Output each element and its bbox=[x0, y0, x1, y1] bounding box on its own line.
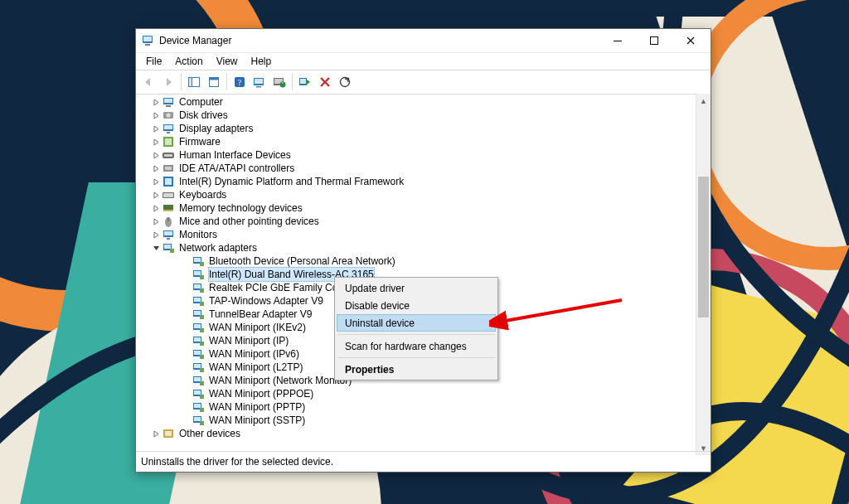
twist-none bbox=[181, 374, 192, 387]
category-memory-technology-devices[interactable]: Memory technology devices bbox=[136, 201, 696, 215]
svg-rect-85 bbox=[194, 417, 201, 421]
tree-item-label: WAN Miniport (IPv6) bbox=[208, 347, 300, 361]
context-menu[interactable]: Update driverDisable deviceUninstall dev… bbox=[334, 277, 498, 380]
category-intel-r-dynamic-platform-and-thermal-framework[interactable]: Intel(R) Dynamic Platform and Thermal Fr… bbox=[136, 175, 696, 188]
device-manager-window: Device Manager File Action View Help ? C… bbox=[135, 28, 711, 472]
menu-bar[interactable]: File Action View Help bbox=[136, 52, 711, 70]
twist-none bbox=[181, 361, 192, 374]
expand-icon[interactable] bbox=[151, 109, 162, 122]
context-update-driver[interactable]: Update driver bbox=[337, 279, 496, 297]
show-hidden-devices-button[interactable] bbox=[250, 73, 269, 91]
vertical-scrollbar[interactable]: ▲ ▼ bbox=[696, 94, 711, 455]
tree-item-label: Monitors bbox=[178, 228, 218, 241]
svg-rect-56 bbox=[200, 288, 204, 293]
network-icon bbox=[192, 334, 205, 347]
back-button[interactable] bbox=[139, 73, 158, 91]
collapse-icon[interactable] bbox=[151, 241, 162, 254]
help-toolbar-button[interactable]: ? bbox=[230, 73, 249, 91]
svg-rect-80 bbox=[200, 395, 204, 399]
device-wan-miniport-pppoe-[interactable]: WAN Miniport (PPPOE) bbox=[136, 387, 696, 400]
tree-item-label: Human Interface Devices bbox=[178, 148, 292, 162]
context-disable-device[interactable]: Disable device bbox=[337, 297, 496, 314]
expand-icon[interactable] bbox=[151, 228, 162, 241]
svg-rect-44 bbox=[167, 238, 170, 240]
tree-item-label: WAN Miniport (PPTP) bbox=[208, 400, 306, 414]
twist-none bbox=[181, 347, 192, 361]
svg-rect-52 bbox=[194, 271, 201, 275]
expand-icon[interactable] bbox=[151, 122, 162, 135]
menu-file[interactable]: File bbox=[139, 54, 168, 69]
device-bluetooth-device-personal-area-network-[interactable]: Bluetooth Device (Personal Area Network) bbox=[136, 254, 696, 268]
expand-icon[interactable] bbox=[151, 215, 162, 228]
svg-rect-55 bbox=[194, 284, 201, 288]
expand-icon[interactable] bbox=[151, 148, 162, 162]
network-icon bbox=[192, 374, 205, 387]
svg-rect-33 bbox=[165, 167, 172, 170]
expand-icon[interactable] bbox=[151, 188, 162, 201]
scroll-up-icon[interactable]: ▲ bbox=[696, 94, 711, 108]
close-button[interactable] bbox=[672, 29, 709, 52]
device-wan-miniport-pptp-[interactable]: WAN Miniport (PPTP) bbox=[136, 400, 696, 414]
svg-rect-82 bbox=[194, 404, 201, 408]
category-firmware[interactable]: Firmware bbox=[136, 135, 696, 148]
scan-hardware-toolbar-button[interactable] bbox=[336, 73, 354, 91]
network-icon bbox=[192, 400, 205, 414]
title-bar[interactable]: Device Manager bbox=[136, 29, 711, 52]
context-properties[interactable]: Properties bbox=[337, 361, 496, 378]
tree-item-label: Mice and other pointing devices bbox=[178, 215, 320, 228]
category-disk-drives[interactable]: Disk drives bbox=[136, 109, 696, 122]
context-menu-separator bbox=[337, 357, 495, 358]
svg-rect-4 bbox=[651, 37, 658, 45]
computer-icon bbox=[162, 95, 175, 109]
minimize-button[interactable] bbox=[599, 29, 636, 52]
intel-icon bbox=[162, 175, 175, 188]
menu-view[interactable]: View bbox=[210, 54, 245, 69]
enable-device-toolbar-button[interactable] bbox=[296, 73, 314, 91]
category-mice-and-other-pointing-devices[interactable]: Mice and other pointing devices bbox=[136, 215, 696, 228]
expand-icon[interactable] bbox=[151, 95, 162, 109]
status-bar: Uninstalls the driver for the selected d… bbox=[136, 451, 711, 472]
network-icon bbox=[192, 321, 205, 334]
category-other-devices[interactable]: Other devices bbox=[136, 427, 696, 440]
maximize-button[interactable] bbox=[636, 29, 672, 52]
category-display-adapters[interactable]: Display adapters bbox=[136, 122, 696, 135]
twist-none bbox=[181, 294, 192, 308]
menu-help[interactable]: Help bbox=[245, 54, 279, 69]
scroll-thumb[interactable] bbox=[698, 177, 709, 317]
twist-none bbox=[181, 268, 192, 281]
context-scan-for-hardware-changes[interactable]: Scan for hardware changes bbox=[337, 337, 496, 355]
device-wan-miniport-sstp-[interactable]: WAN Miniport (SSTP) bbox=[136, 414, 696, 427]
show-hide-tree-button[interactable] bbox=[185, 73, 203, 91]
svg-rect-83 bbox=[200, 408, 204, 412]
svg-rect-3 bbox=[614, 41, 622, 41]
category-network-adapters[interactable]: Network adapters bbox=[136, 241, 696, 254]
network-icon bbox=[192, 294, 205, 308]
expand-icon[interactable] bbox=[151, 175, 162, 188]
expand-icon[interactable] bbox=[151, 162, 162, 175]
category-monitors[interactable]: Monitors bbox=[136, 228, 696, 241]
network-icon bbox=[192, 254, 205, 268]
device-tree[interactable]: ComputerDisk drivesDisplay adaptersFirmw… bbox=[136, 94, 696, 455]
properties-toolbar-button[interactable] bbox=[205, 73, 223, 91]
expand-icon[interactable] bbox=[151, 135, 162, 148]
network-icon bbox=[192, 281, 205, 294]
uninstall-device-toolbar-button[interactable] bbox=[316, 73, 334, 91]
category-human-interface-devices[interactable]: Human Interface Devices bbox=[136, 148, 696, 162]
svg-rect-62 bbox=[200, 315, 204, 319]
forward-button[interactable] bbox=[159, 73, 177, 91]
context-uninstall-device[interactable]: Uninstall device bbox=[337, 314, 496, 332]
tree-item-label: Firmware bbox=[178, 135, 221, 148]
category-computer[interactable]: Computer bbox=[136, 95, 696, 109]
svg-rect-67 bbox=[194, 337, 201, 342]
svg-rect-2 bbox=[145, 44, 150, 46]
menu-action[interactable]: Action bbox=[168, 54, 209, 69]
category-keyboards[interactable]: Keyboards bbox=[136, 188, 696, 201]
update-driver-toolbar-button[interactable] bbox=[270, 73, 289, 91]
svg-rect-13 bbox=[256, 86, 261, 88]
expand-icon[interactable] bbox=[151, 201, 162, 215]
twist-none bbox=[181, 334, 192, 347]
svg-rect-65 bbox=[200, 328, 204, 332]
expand-icon[interactable] bbox=[151, 427, 162, 440]
category-ide-ata-atapi-controllers[interactable]: IDE ATA/ATAPI controllers bbox=[136, 162, 696, 175]
svg-rect-12 bbox=[255, 79, 263, 84]
